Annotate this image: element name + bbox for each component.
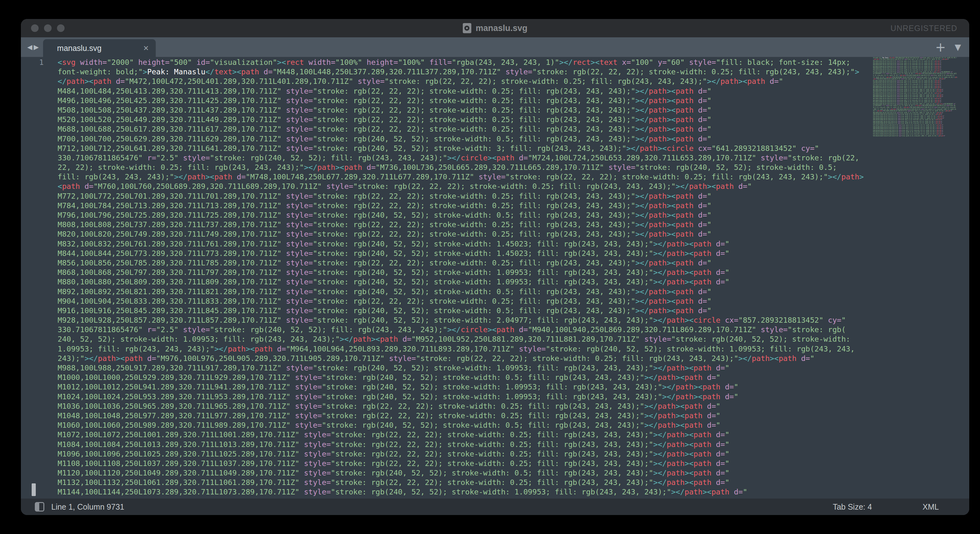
code-token: d= xyxy=(402,335,411,343)
code-token: " xyxy=(707,220,711,229)
code-line[interactable]: M784,100L784,250L713.289,320.711L713.289… xyxy=(57,201,874,210)
code-token: >< xyxy=(685,240,694,248)
code-token: "stroke: rgb(240, 52, 52); stroke-width:… xyxy=(900,69,934,71)
code-line[interactable]: M1048,100L1048,250L977.289,320.711L977.2… xyxy=(57,411,874,420)
code-line[interactable]: M1000,100L1000,250L929.289,320.711L929.2… xyxy=(57,373,874,382)
code-line[interactable]: M832,100L832,250L761.289,320.711L761.289… xyxy=(57,239,874,249)
tab-forward-icon[interactable]: ▶ xyxy=(33,43,39,51)
code-token xyxy=(282,364,286,372)
code-line[interactable]: 330.71067811865476" r="2.5" style="strok… xyxy=(57,153,874,163)
code-token xyxy=(232,172,237,181)
code-token: >< xyxy=(487,325,496,334)
titlebar[interactable]: manaslu.svg UNREGISTERED xyxy=(21,19,969,37)
code-line[interactable]: M484,100L484,250L413.289,320.711L413.289… xyxy=(57,86,874,96)
code-token: ></ xyxy=(635,96,649,105)
code-line[interactable]: M1108,100L1108,250L1037.289,320.711L1037… xyxy=(57,459,874,468)
syntax-mode-status[interactable]: XML xyxy=(923,502,939,512)
code-line[interactable]: <svg width="2000" height="500" id="visua… xyxy=(57,57,874,67)
code-line[interactable]: 243);"></path><path d="M976,100L976,250L… xyxy=(57,354,874,363)
code-line[interactable]: M1144,100L1144,250L1073.289,320.711L1073… xyxy=(57,487,874,497)
code-token: "stroke: rgb(22, 22, 22); stroke-width: … xyxy=(902,126,935,128)
code-token: " xyxy=(707,106,711,114)
code-token: path xyxy=(676,259,694,267)
code-line[interactable]: M1120,100L1120,250L1049.289,320.711L1049… xyxy=(57,468,874,478)
code-line[interactable]: font-weight: bold;">Peak: Manaslu</text>… xyxy=(57,67,874,76)
code-token: path xyxy=(640,144,658,153)
code-token xyxy=(702,421,707,430)
code-line[interactable]: M880,100L880,250L809.289,320.711L809.289… xyxy=(57,277,874,287)
code-line[interactable]: M1024,100L1024,250L953.289,320.711L953.2… xyxy=(57,392,874,401)
code-line[interactable]: 1.09953; fill: rgb(243, 243, 243);"></pa… xyxy=(57,344,874,354)
code-token: >< xyxy=(246,345,255,353)
code-line[interactable]: M1036,100L1036,250L965.289,320.711L965.2… xyxy=(57,401,874,411)
code-token: M868,100L868,250L797.289,320.711L797.289… xyxy=(57,268,282,277)
tab-manaslu-svg[interactable]: manaslu.svg ✕ xyxy=(43,39,156,57)
code-token: path xyxy=(241,67,259,76)
code-line[interactable]: 22, 22); stroke-width: 0.25; fill: rgb(2… xyxy=(57,163,874,172)
code-line[interactable]: M520,100L520,250L449.289,320.711L449.289… xyxy=(57,115,874,124)
code-token: path xyxy=(667,316,685,324)
code-line[interactable]: M508,100L508,250L437.289,320.711L437.289… xyxy=(57,105,874,115)
code-line[interactable]: M892,100L892,250L821.289,320.711L821.289… xyxy=(57,287,874,296)
minimap[interactable]: <svg width="2000" height="500" id="visua… xyxy=(873,57,959,497)
code-token: >< xyxy=(371,335,380,343)
code-line[interactable]: M1132,100L1132,250L1061.289,320.711L1061… xyxy=(57,478,874,487)
code-token: path xyxy=(676,230,694,238)
line-number-gutter: 1 xyxy=(21,57,44,67)
code-token xyxy=(299,440,304,449)
code-line[interactable]: </path><path d="M472,100L472,250L401.289… xyxy=(57,76,874,86)
code-token: M928,100L928,250L857.289,320.711L857.289… xyxy=(57,316,282,324)
zoom-window-button[interactable] xyxy=(57,24,65,32)
close-window-button[interactable] xyxy=(31,24,39,32)
minimize-window-button[interactable] xyxy=(44,24,52,32)
code-line[interactable]: M820,100L820,250L749.289,320.711L749.289… xyxy=(57,229,874,239)
code-line[interactable]: M496,100L496,250L425.289,320.711L425.289… xyxy=(57,96,874,105)
code-line[interactable]: M1060,100L1060,250L989.289,320.711L989.2… xyxy=(57,420,874,430)
code-line[interactable]: fill: rgb(243, 243, 243);"></path><path … xyxy=(57,172,874,181)
code-token: path xyxy=(676,220,694,229)
code-line[interactable]: M1084,100L1084,250L1013.289,320.711L1013… xyxy=(57,440,874,449)
code-line[interactable]: M988,100L988,250L917.289,320.711L917.289… xyxy=(57,363,874,373)
code-token: style= xyxy=(897,91,900,92)
code-token: M1084,100L1084,250L1013.289,320.711L1013… xyxy=(873,126,898,128)
code-line[interactable]: M808,100L808,250L737.289,320.711L737.289… xyxy=(57,220,874,229)
code-line[interactable]: M904,100L904,250L833.289,320.711L833.289… xyxy=(57,296,874,306)
code-token xyxy=(282,268,286,277)
code-line[interactable]: M772,100L772,250L701.289,320.711L701.289… xyxy=(57,191,874,201)
editor-area[interactable]: 1 <svg width="2000" height="500" id="vis… xyxy=(21,57,969,499)
code-line[interactable]: M700,100L700,250L629.289,320.711L629.289… xyxy=(57,134,874,144)
code-line[interactable]: M868,100L868,250L797.289,320.711L797.289… xyxy=(57,268,874,277)
tab-back-icon[interactable]: ◀ xyxy=(27,43,32,51)
code-line[interactable]: M844,100L844,250L773.289,320.711L773.289… xyxy=(57,249,874,258)
code-line[interactable]: <path d="M760,100L760,250L689.289,320.71… xyxy=(57,181,874,191)
code-token: style= xyxy=(286,230,313,238)
tab-overflow-icon[interactable]: ▼ xyxy=(955,42,961,52)
code-token: style= xyxy=(304,469,331,477)
code-line[interactable]: M796,100L796,250L725.289,320.711L725.289… xyxy=(57,210,874,220)
code-line[interactable]: M928,100L928,250L857.289,320.711L857.289… xyxy=(57,315,874,325)
code-line[interactable]: M1012,100L1012,250L941.289,320.711L941.2… xyxy=(57,382,874,392)
new-tab-button[interactable]: + xyxy=(935,41,946,54)
code-token: " xyxy=(707,306,711,315)
sidebar-toggle-icon[interactable] xyxy=(35,502,44,512)
code-token: path xyxy=(702,392,721,401)
code-token: d= xyxy=(698,297,707,305)
code-token: path xyxy=(694,249,711,258)
code-token: M1060,100L1060,250L989.289,320.711L989.2… xyxy=(57,421,291,430)
code-line[interactable]: 240, 52, 52); stroke-width: 1.09953; fil… xyxy=(57,334,874,344)
code-token: " xyxy=(747,182,752,191)
code-token: text xyxy=(214,67,232,76)
code-line[interactable]: 330.71067811865476" r="2.5" style="strok… xyxy=(57,325,874,334)
scroll-indicator[interactable] xyxy=(32,483,36,496)
code-line[interactable]: M916,100L916,250L845.289,320.711L845.289… xyxy=(57,306,874,315)
code-content[interactable]: <svg width="2000" height="500" id="visua… xyxy=(57,57,874,497)
tab-size-status[interactable]: Tab Size: 4 xyxy=(833,502,872,512)
code-line[interactable]: M1072,100L1072,250L1001.289,320.711L1001… xyxy=(57,430,874,439)
code-line[interactable]: M712,100L712,250L641.289,320.711L641.289… xyxy=(57,144,874,153)
code-token xyxy=(282,316,286,324)
code-line[interactable]: M856,100L856,250L785.289,320.711L785.289… xyxy=(57,258,874,268)
code-token: " xyxy=(707,125,711,134)
tab-close-icon[interactable]: ✕ xyxy=(143,44,149,52)
code-line[interactable]: M1096,100L1096,250L1025.289,320.711L1025… xyxy=(57,449,874,459)
code-line[interactable]: M688,100L688,250L617.289,320.711L617.289… xyxy=(57,124,874,134)
